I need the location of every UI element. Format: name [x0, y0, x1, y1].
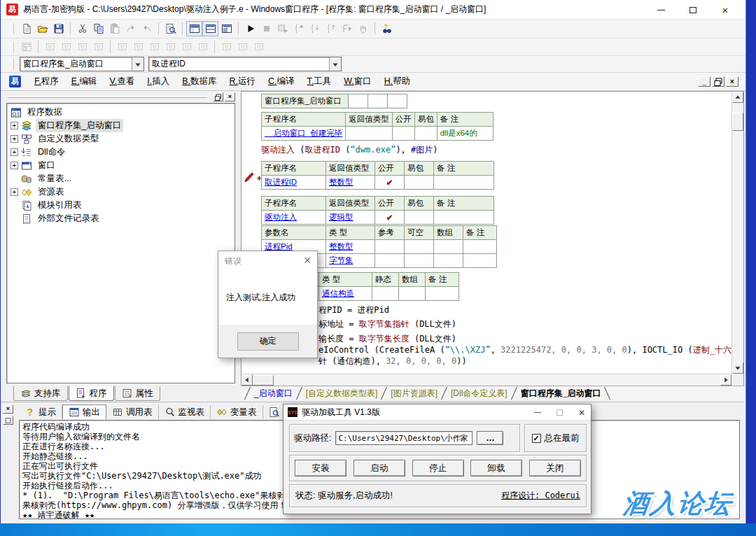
mdi-minimize-button[interactable]: _: [698, 76, 710, 87]
table-cell[interactable]: [426, 287, 459, 301]
table-cell[interactable]: [434, 240, 463, 254]
save-icon[interactable]: [50, 21, 66, 36]
menu-item-T.工具[interactable]: T.工具: [300, 73, 337, 90]
menu-item-I.插入[interactable]: I.插入: [141, 73, 176, 90]
copy-icon[interactable]: [90, 21, 106, 36]
table-cell[interactable]: [372, 287, 399, 301]
driver-path-input[interactable]: [335, 431, 472, 445]
editor-tab-4[interactable]: [Dll命令定义表]: [445, 387, 513, 400]
table-cell[interactable]: [405, 211, 434, 225]
table-cell[interactable]: dll是x64的: [437, 127, 493, 141]
code-line-ioctl[interactable]: eIoControl (CreateFileA (“\\.\XZJ”, 3221…: [318, 344, 732, 356]
minimize-button[interactable]: [645, 0, 677, 20]
table-cell[interactable]: [405, 254, 434, 268]
help-find-icon[interactable]: ?: [379, 21, 395, 36]
卸载-button[interactable]: 卸载: [470, 460, 522, 477]
tree-item[interactable]: 外部文件记录表: [8, 212, 233, 225]
panel-tab-调用表[interactable]: 调用表: [106, 405, 159, 419]
table-cell[interactable]: 整数型: [326, 176, 375, 190]
mdi-close-button[interactable]: ×: [726, 76, 738, 87]
expand-icon[interactable]: +: [10, 148, 18, 156]
panel-tab-变量表[interactable]: 变量表: [211, 405, 263, 419]
open-file-icon[interactable]: [34, 21, 50, 36]
chevron-down-icon[interactable]: [132, 57, 144, 71]
menu-item-V.查看[interactable]: V.查看: [104, 73, 141, 90]
menu-item-B.数据库[interactable]: B.数据库: [176, 73, 223, 90]
table-cell[interactable]: ✔: [375, 211, 405, 225]
drag-handle[interactable]: [8, 96, 207, 98]
table-cell[interactable]: [392, 127, 414, 141]
expand-icon[interactable]: +: [10, 135, 18, 143]
close-button[interactable]: ×: [709, 0, 741, 20]
scroll-down-button[interactable]: [732, 362, 743, 374]
code-line-pid-assign[interactable]: 程PID = 进程Pid: [318, 304, 389, 316]
table-cell[interactable]: [375, 240, 405, 254]
editor-tab-1[interactable]: _启动窗口: [248, 387, 298, 400]
editor-tab-5[interactable]: 窗口程序集_启动窗口: [515, 387, 607, 400]
code-line-inject-call[interactable]: 驱动注入 (取进程ID (“dwm.exe”), #图片): [261, 144, 438, 156]
tree-restore-button[interactable]: [213, 92, 223, 101]
table-cell[interactable]: [434, 176, 494, 190]
driver-close-button[interactable]: ✕: [578, 409, 585, 417]
code-line-ioctl-wrap[interactable]: 针 (通信构造), 32, 0, 0, 0, 0)): [318, 355, 467, 367]
panel-close-button[interactable]: ×: [3, 404, 13, 414]
tree-item[interactable]: +自定义数据类型: [8, 132, 233, 146]
menu-item-H.帮助[interactable]: H.帮助: [378, 73, 417, 90]
editor-vertical-scrollbar[interactable]: [732, 92, 743, 374]
ok-button[interactable]: 确定: [237, 332, 299, 351]
browse-button[interactable]: …: [477, 431, 503, 445]
table-cell[interactable]: [434, 254, 463, 268]
assembly-combo[interactable]: 窗口程序集_启动窗口: [20, 57, 144, 71]
scroll-left-button[interactable]: [241, 374, 253, 386]
editor-horizontal-scrollbar[interactable]: [241, 374, 732, 386]
expand-icon[interactable]: +: [10, 188, 18, 196]
table-cell[interactable]: ✔: [375, 176, 405, 190]
topmost-checkbox[interactable]: ✓: [532, 434, 541, 443]
table-cell[interactable]: [375, 254, 405, 268]
error-dialog-close-icon[interactable]: ✕: [303, 255, 312, 265]
table-cell[interactable]: [368, 94, 388, 108]
table-cell[interactable]: 窗口程序集_启动窗口: [262, 94, 349, 108]
安装-button[interactable]: 安装: [295, 460, 346, 477]
tree-root[interactable]: 程序数据: [8, 106, 233, 119]
table-cell[interactable]: __启动窗口_创建完毕: [262, 127, 346, 141]
run-icon[interactable]: [242, 21, 258, 36]
vertical-scroll-thumb[interactable]: [732, 113, 743, 131]
关闭-button[interactable]: 关闭: [529, 460, 581, 477]
side-tab-程序[interactable]: 程序: [69, 386, 114, 401]
chevron-down-icon[interactable]: [329, 57, 341, 71]
tree-item[interactable]: +窗口程序集_启动窗口: [8, 119, 233, 132]
table-cell[interactable]: 驱动注入: [262, 211, 326, 225]
scroll-up-button[interactable]: [732, 92, 743, 103]
horizontal-scroll-thumb[interactable]: [253, 375, 274, 386]
method-combo[interactable]: 取进程ID: [148, 57, 342, 71]
table-cell[interactable]: [388, 94, 407, 108]
mdi-restore-button[interactable]: [712, 76, 724, 87]
driver-maximize-button[interactable]: [556, 409, 563, 416]
table-cell[interactable]: 字节集: [326, 254, 375, 268]
side-tab-支持库[interactable]: 支持库: [13, 386, 68, 401]
tree-item[interactable]: +窗口: [8, 159, 233, 172]
停止-button[interactable]: 停止: [412, 460, 464, 477]
panel-tab-提示[interactable]: ?提示: [19, 405, 62, 419]
table-cell[interactable]: [434, 211, 494, 225]
panel-tab-输出[interactable]: 输出: [62, 404, 106, 419]
tree-close-button[interactable]: ×: [225, 92, 235, 101]
cut-icon[interactable]: [74, 21, 90, 36]
menu-item-C.编译[interactable]: C.编译: [262, 73, 301, 90]
expand-icon[interactable]: +: [10, 162, 18, 169]
table-cell[interactable]: [405, 176, 434, 190]
menu-item-R.运行[interactable]: R.运行: [223, 73, 262, 90]
table-cell[interactable]: [463, 254, 497, 268]
tree-item[interactable]: +资源表: [8, 185, 233, 199]
panel-tab-监视表[interactable]: 监视表: [159, 405, 211, 419]
code-line-length-assign[interactable]: 输长度 = 取字节集长度 (DLL文件): [318, 333, 456, 345]
find-icon[interactable]: [162, 21, 178, 36]
layout-editor-icon[interactable]: [186, 21, 202, 36]
tree-item[interactable]: 常量表...: [8, 172, 233, 185]
table-cell[interactable]: 整数型: [326, 240, 375, 254]
table-cell[interactable]: [414, 127, 437, 141]
layout-full-icon[interactable]: [218, 21, 234, 36]
table-cell[interactable]: 通信构造: [319, 287, 372, 301]
menu-item-F.程序[interactable]: F.程序: [28, 73, 65, 90]
